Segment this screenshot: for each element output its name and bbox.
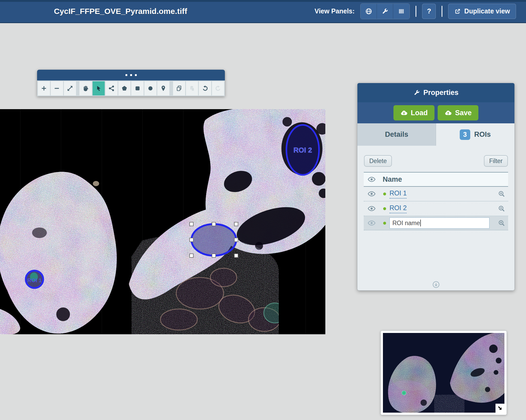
- roi-table-header: Name: [364, 172, 508, 187]
- arrow-southeast-icon: [497, 405, 503, 412]
- help-button[interactable]: ?: [422, 4, 436, 19]
- load-button-label: Load: [411, 109, 428, 117]
- roi-color-dot: [383, 207, 386, 210]
- roi-color-dot: [383, 222, 386, 225]
- zoom-in-button[interactable]: [38, 81, 50, 95]
- view-panels-label: View Panels:: [315, 7, 355, 15]
- tab-rois-label: ROIs: [474, 130, 491, 139]
- roi-row-editing[interactable]: ROI name: [364, 216, 508, 230]
- redo-icon: [215, 85, 221, 92]
- hand-icon: [82, 85, 89, 92]
- text-caret: [420, 220, 421, 226]
- draw-rectangle-button[interactable]: [131, 81, 143, 95]
- globe-icon: [365, 8, 372, 15]
- roi-row-1[interactable]: ROI 1: [364, 187, 508, 201]
- cloud-download-icon: [400, 109, 408, 117]
- thumbnail-collapse-button[interactable]: [495, 404, 504, 413]
- paste-button[interactable]: [186, 81, 198, 95]
- properties-tabs: Details 3 ROIs: [357, 123, 514, 146]
- draw-ellipse-button[interactable]: [144, 81, 156, 95]
- rois-count-badge: 3: [460, 129, 470, 140]
- copy-button[interactable]: [173, 81, 185, 95]
- roi-2-label: ROI 2: [294, 146, 312, 154]
- panel-footer: [357, 280, 514, 289]
- toggle-overview-panel-button[interactable]: [361, 4, 377, 19]
- header-divider: [416, 6, 416, 17]
- toolbar-gap: [170, 81, 172, 95]
- draw-point-button[interactable]: [157, 81, 169, 95]
- minus-icon: [53, 85, 60, 92]
- plus-icon: [41, 85, 47, 92]
- debris-dot: [93, 181, 99, 186]
- draw-polygon-button[interactable]: [118, 81, 130, 95]
- zoom-to-roi-2-icon[interactable]: [498, 205, 505, 212]
- expand-icon: [67, 85, 73, 92]
- share-tool-button[interactable]: [105, 81, 118, 95]
- app-header: CycIF_FFPE_OVE_Pyramid.ome.tiff View Pan…: [0, 0, 526, 23]
- save-button-label: Save: [455, 109, 472, 117]
- load-button[interactable]: Load: [393, 105, 435, 120]
- roi-1-visibility-eye-icon[interactable]: [367, 190, 376, 198]
- page-title: CycIF_FFPE_OVE_Pyramid.ome.tiff: [54, 0, 187, 22]
- drag-dot: [130, 74, 132, 76]
- toggle-histogram-panel-button[interactable]: [393, 4, 409, 19]
- drag-dot: [125, 74, 127, 76]
- cloud-upload-icon: [444, 109, 452, 117]
- duplicate-view-label: Duplicate view: [464, 7, 510, 15]
- copy-icon: [176, 85, 183, 92]
- properties-header: Properties: [357, 83, 514, 102]
- header-actions: View Panels:: [315, 0, 516, 22]
- thumb-tissue-lace: [434, 395, 464, 413]
- roi-1-label: ROI 1: [27, 277, 42, 283]
- undo-button[interactable]: [199, 81, 211, 95]
- roi-1-shape[interactable]: ROI 1: [26, 271, 43, 288]
- roi-row-2[interactable]: ROI 2: [364, 201, 508, 216]
- fluorescence-image: ROI 2 ROI 1: [0, 109, 325, 334]
- redo-button[interactable]: [212, 81, 224, 95]
- roi-name-input[interactable]: ROI name: [390, 217, 489, 229]
- barcode-icon: [398, 8, 405, 15]
- toggle-properties-panel-button[interactable]: [377, 4, 393, 19]
- roi-table: Name ROI 1: [364, 172, 508, 230]
- overview-thumbnail[interactable]: [381, 331, 507, 415]
- properties-title: Properties: [423, 89, 459, 97]
- undo-icon: [202, 85, 209, 92]
- zoom-out-button[interactable]: [51, 81, 63, 95]
- duplicate-view-button[interactable]: Duplicate view: [448, 4, 516, 19]
- pin-icon: [160, 85, 167, 92]
- name-column-header: Name: [383, 175, 402, 184]
- thumb-roi-marker: [402, 391, 406, 395]
- roi-actions-row: Delete Filter: [357, 146, 514, 167]
- filter-roi-button[interactable]: Filter: [484, 155, 508, 167]
- tab-rois[interactable]: 3 ROIs: [436, 123, 514, 146]
- wrench-icon: [413, 89, 420, 96]
- delete-roi-button[interactable]: Delete: [364, 155, 392, 167]
- zoom-to-new-roi-icon[interactable]: [498, 219, 505, 227]
- paste-icon: [189, 85, 195, 92]
- save-button[interactable]: Save: [438, 105, 478, 120]
- toolbar-drag-handle[interactable]: [37, 70, 225, 80]
- roi-1-name-link[interactable]: ROI 1: [390, 189, 407, 199]
- header-divider: [442, 6, 442, 17]
- roi-2-visibility-eye-icon[interactable]: [367, 204, 376, 213]
- roi-2-name-link[interactable]: ROI 2: [390, 204, 407, 213]
- select-tool-button[interactable]: [93, 81, 105, 95]
- roi-new-visibility-eye-icon[interactable]: [367, 219, 376, 227]
- view-panels-button-group: [360, 3, 410, 19]
- share-icon: [108, 85, 115, 92]
- tab-details[interactable]: Details: [357, 123, 436, 146]
- viewer-toolbar: [37, 70, 225, 96]
- roi-name-input-value: ROI name: [392, 220, 420, 227]
- pan-tool-button[interactable]: [79, 81, 92, 95]
- cursor-icon: [95, 85, 102, 92]
- image-viewer-canvas[interactable]: ROI 2 ROI 1: [0, 109, 325, 334]
- zoom-to-fit-button[interactable]: [64, 81, 76, 95]
- properties-panel: Properties Load Save: [357, 83, 515, 291]
- scroll-down-icon[interactable]: [432, 280, 440, 289]
- circle-icon: [147, 85, 154, 92]
- tab-details-label: Details: [385, 130, 408, 139]
- toggle-all-visibility-eye-icon[interactable]: [367, 175, 376, 184]
- drag-dot: [135, 74, 137, 76]
- roi-2-shape[interactable]: ROI 2: [286, 125, 319, 175]
- zoom-to-roi-1-icon[interactable]: [498, 190, 505, 198]
